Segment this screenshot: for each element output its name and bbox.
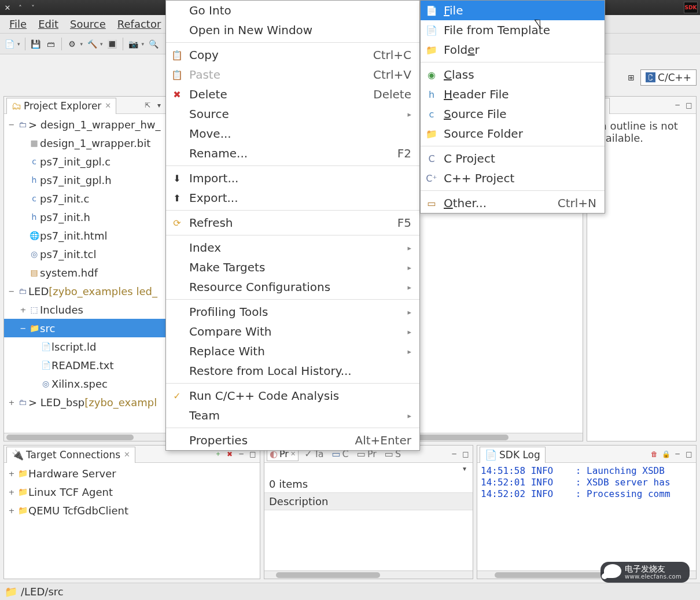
tree-item[interactable]: −📁src <box>4 319 166 337</box>
tree-item[interactable]: +⬚Includes <box>4 300 166 319</box>
chevron-down-icon[interactable]: ▾ <box>80 41 83 47</box>
minimize-button[interactable]: ─ <box>450 450 459 459</box>
close-icon[interactable]: ✕ <box>105 101 111 110</box>
window-maximize-button[interactable]: ˄ <box>15 2 25 13</box>
context-menu-item[interactable]: Make Targets▸ <box>166 257 419 277</box>
context-menu-item[interactable]: 📄File from Template <box>421 20 605 40</box>
tree-item[interactable]: +📁Linux TCF Agent <box>4 483 260 501</box>
new-button[interactable]: 📄 <box>3 38 15 50</box>
context-menu-item[interactable]: hHeader File <box>421 84 605 104</box>
menu-source[interactable]: Source <box>65 16 110 32</box>
chevron-down-icon[interactable]: ▾ <box>17 41 20 47</box>
h-scrollbar[interactable] <box>4 433 166 441</box>
h-scrollbar[interactable] <box>264 570 473 579</box>
menu-item-label: Compare With <box>189 325 401 338</box>
tree-item[interactable]: hps7_init_gpl.h <box>4 171 166 189</box>
save-all-button[interactable]: 🗃 <box>45 38 57 50</box>
save-button[interactable]: 💾 <box>30 38 42 50</box>
menu-item-label: C++ Project <box>444 171 596 185</box>
context-menu-item[interactable]: 📋CopyCtrl+C <box>166 45 419 65</box>
context-menu-item[interactable]: Source▸ <box>166 104 419 124</box>
clear-log-button[interactable]: 🗑 <box>650 450 659 459</box>
context-menu-item[interactable]: Profiling Tools▸ <box>166 302 419 322</box>
context-menu-item[interactable]: 📁Folder <box>421 40 605 60</box>
maximize-button[interactable]: □ <box>684 101 694 110</box>
context-menu-item[interactable]: ▭Other...Ctrl+N <box>421 193 605 213</box>
tree-item[interactable]: ▤system.hdf <box>4 263 166 282</box>
c-cpp-icon: 🅲 <box>646 72 655 83</box>
context-menu-item[interactable]: cSource File <box>421 104 605 124</box>
build-button[interactable]: ⚙ <box>67 38 78 50</box>
menu-refactor[interactable]: Refactor <box>113 16 166 32</box>
tree-item[interactable]: 📄README.txt <box>4 356 166 374</box>
tree-item[interactable]: ◎ps7_init.tcl <box>4 245 166 263</box>
context-menu-item[interactable]: Compare With▸ <box>166 322 419 341</box>
context-menu-item[interactable]: ✖DeleteDelete <box>166 84 419 104</box>
minimize-button[interactable]: ─ <box>673 450 682 459</box>
context-menu-item[interactable]: Move... <box>166 124 419 143</box>
fpga-button[interactable]: 🔳 <box>106 38 118 50</box>
view-menu-button[interactable]: ▾ <box>154 101 164 110</box>
window-close-button[interactable]: ✕ <box>2 2 13 13</box>
context-menu-item[interactable]: Go Into <box>166 1 419 20</box>
chevron-down-icon[interactable]: ▾ <box>142 41 145 47</box>
hammer-button[interactable]: 🔨 <box>86 38 98 50</box>
minimize-button[interactable]: ─ <box>673 101 682 110</box>
context-menu-item[interactable]: Index▸ <box>166 238 419 257</box>
open-perspective-button[interactable]: ⊞ <box>625 72 637 83</box>
context-menu-item[interactable]: C⁺C++ Project <box>421 168 605 188</box>
tree-item[interactable]: +📁Hardware Server <box>4 464 260 483</box>
window-minimize-button[interactable]: ˅ <box>28 2 38 13</box>
tree-item[interactable]: 🌐ps7_init.html <box>4 226 166 245</box>
context-menu-item[interactable]: 📄File <box>421 1 605 20</box>
twisty-icon[interactable]: − <box>6 287 17 296</box>
context-menu-item[interactable]: Restore from Local History... <box>166 361 419 381</box>
context-menu-item[interactable]: Team▸ <box>166 406 419 425</box>
tree-item[interactable]: cps7_init_gpl.c <box>4 152 166 171</box>
context-menu-item[interactable]: Open in New Window <box>166 20 419 40</box>
twisty-icon[interactable]: − <box>18 324 28 333</box>
tree-item[interactable]: −🗀LED [zybo_examples led_ <box>4 282 166 300</box>
maximize-button[interactable]: □ <box>684 450 694 459</box>
tree-item[interactable]: ▦design_1_wrapper.bit <box>4 134 166 152</box>
maximize-button[interactable]: □ <box>461 450 470 459</box>
context-menu-item[interactable]: 📁Source Folder <box>421 124 605 143</box>
twisty-icon[interactable]: + <box>18 305 28 314</box>
tree-item[interactable]: +📁QEMU TcfGdbClient <box>4 501 260 520</box>
perspective-c-cpp[interactable]: 🅲 C/C++ <box>640 69 697 86</box>
context-menu-item[interactable]: Resource Configurations▸ <box>166 277 419 297</box>
tree-item[interactable]: +🗀> LED_bsp [zybo_exampl <box>4 393 166 411</box>
view-menu-button[interactable]: ▾ <box>460 464 469 473</box>
chevron-down-icon[interactable]: ▾ <box>100 41 103 47</box>
tab-target-connections[interactable]: 🔌 Target Connections ✕ <box>6 447 135 463</box>
tree-item[interactable]: 📄lscript.ld <box>4 337 166 356</box>
twisty-icon[interactable]: + <box>6 506 17 515</box>
collapse-all-button[interactable]: ⇱ <box>143 101 152 110</box>
context-menu-item[interactable]: ⬇Import... <box>166 168 419 188</box>
twisty-icon[interactable]: + <box>6 469 17 478</box>
tree-item[interactable]: ◎Xilinx.spec <box>4 374 166 393</box>
context-menu-item[interactable]: ✓Run C/C++ Code Analysis <box>166 386 419 406</box>
camera-button[interactable]: 📷 <box>128 38 139 50</box>
close-icon[interactable]: ✕ <box>124 450 130 459</box>
menu-edit[interactable]: Edit <box>34 16 63 32</box>
context-menu-item[interactable]: Replace With▸ <box>166 341 419 361</box>
tree-item[interactable]: hps7_init.h <box>4 208 166 226</box>
search-button[interactable]: 🔍 <box>148 38 159 50</box>
context-menu-item[interactable]: ⬆Export... <box>166 188 419 208</box>
tree-item[interactable]: cps7_init.c <box>4 189 166 208</box>
column-header[interactable]: Description <box>264 492 473 510</box>
tab-project-explorer[interactable]: 🗂 Project Explorer ✕ <box>6 98 116 114</box>
context-menu-item[interactable]: CC Project <box>421 149 605 168</box>
context-menu-item[interactable]: Rename...F2 <box>166 143 419 163</box>
menu-file[interactable]: File <box>5 16 31 32</box>
twisty-icon[interactable]: + <box>6 488 17 496</box>
export-log-button[interactable]: 🔒 <box>661 450 670 459</box>
context-menu-item[interactable]: ⟳RefreshF5 <box>166 213 419 233</box>
tree-item[interactable]: −🗀> design_1_wrapper_hw_ <box>4 115 166 134</box>
twisty-icon[interactable]: − <box>6 120 17 129</box>
context-menu-item[interactable]: PropertiesAlt+Enter <box>166 430 419 450</box>
twisty-icon[interactable]: + <box>6 398 17 407</box>
context-menu-item[interactable]: ◉Class <box>421 65 605 84</box>
tab-sdk-log[interactable]: 📄 SDK Log <box>480 447 546 463</box>
